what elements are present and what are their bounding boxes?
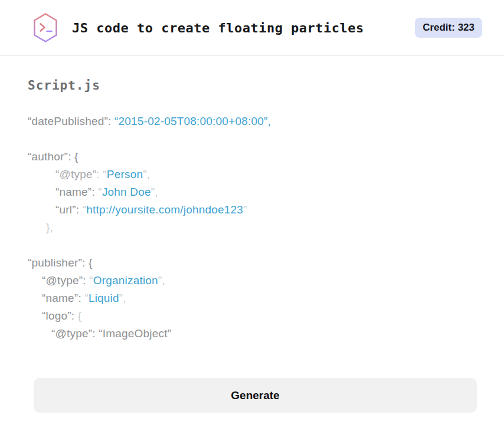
code-segment: “publisher”: { <box>28 256 92 269</box>
code-line <box>28 236 477 254</box>
code-line: “@type”: “Person”, <box>28 166 477 183</box>
code-segment: “2015-02-05T08:00:00+08:00”, <box>114 115 271 127</box>
code-segment: Liquid <box>89 292 119 304</box>
code-segment: Person <box>107 168 143 180</box>
code-line: “name”: “Liquid”, <box>28 289 477 307</box>
code-segment: ”, <box>151 186 158 198</box>
generate-button[interactable]: Generate <box>34 378 477 413</box>
code-segment: : “ <box>96 168 107 180</box>
code-line <box>28 130 477 148</box>
code-block: “datePublished”: “2015-02-05T08:00:00+08… <box>28 113 477 343</box>
code-segment: ”, <box>143 168 150 180</box>
code-segment: “author”: { <box>28 150 78 163</box>
main-content: Script.js “datePublished”: “2015-02-05T0… <box>0 56 504 413</box>
code-segment: “@type”: <box>42 274 89 287</box>
code-segment: “@type” <box>55 168 96 180</box>
code-segment: “name”: <box>55 186 98 198</box>
code-segment: “url”: <box>55 203 83 216</box>
code-line: “@type”: “ImageObject” <box>28 325 477 343</box>
code-segment: }, <box>46 221 53 233</box>
code-segment: John Doe <box>102 186 151 198</box>
code-segment: Organization <box>93 274 158 287</box>
page-title: JS code to create floating particles <box>72 21 364 35</box>
code-segment: “@type”: “ImageObject” <box>51 327 171 340</box>
code-segment: ” <box>243 203 247 216</box>
credit-badge: Credit: 323 <box>415 18 482 38</box>
app-header: JS code to create floating particles Cre… <box>0 0 504 56</box>
terminal-prompt-hexagon-icon <box>32 12 59 43</box>
code-line: “publisher”: { <box>28 254 477 272</box>
code-line: “logo”: { <box>28 307 477 325</box>
code-line: “url”: “http://yoursite.com/johndoe123” <box>28 201 477 219</box>
code-segment: http://yoursite.com/johndoe123 <box>86 203 243 216</box>
code-segment: { <box>78 310 82 322</box>
code-line: “name”: “John Doe”, <box>28 183 477 201</box>
code-segment: “logo”: <box>42 310 78 322</box>
code-line: }, <box>28 219 477 236</box>
code-segment: ”, <box>119 292 126 304</box>
code-segment: “name”: <box>42 292 84 304</box>
code-line: “@type”: “Organization”, <box>28 272 477 289</box>
code-segment: ”, <box>158 274 165 287</box>
code-segment: “datePublished”: <box>28 115 114 127</box>
script-filename: Script.js <box>28 78 477 93</box>
code-line: “datePublished”: “2015-02-05T08:00:00+08… <box>28 113 477 130</box>
code-line: “author”: { <box>28 148 477 166</box>
